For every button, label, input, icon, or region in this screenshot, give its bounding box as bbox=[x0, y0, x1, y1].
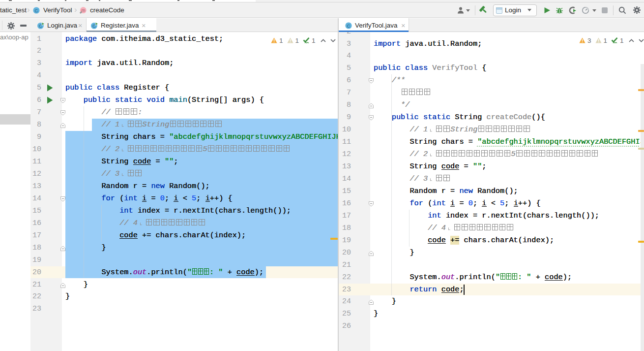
svg-text:C: C bbox=[35, 8, 38, 13]
svg-text:C: C bbox=[347, 23, 351, 29]
